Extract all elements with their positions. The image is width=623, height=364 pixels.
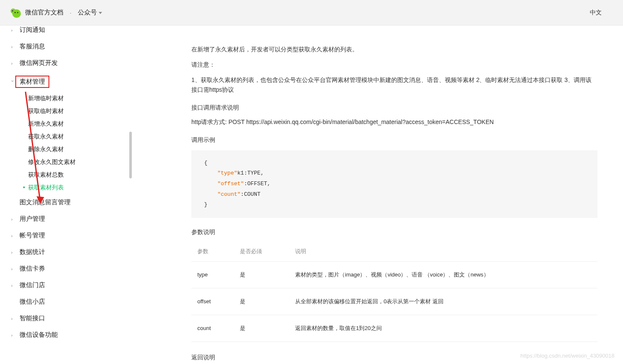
sidebar-item-label: 图文消息留言管理 [20,198,71,206]
sidebar-item-label: 智能接口 [20,314,45,322]
separator-dot: · [70,9,71,16]
chevron-right-icon: › [11,217,14,222]
cell-required: 是 [234,261,289,288]
chevron-right-icon: › [11,333,14,338]
table-row: count 是 返回素材的数量，取值在1到20之间 [191,315,597,342]
chevron-right-icon: › [11,316,14,321]
sidebar-item-account[interactable]: › 帐号管理 [0,227,132,244]
sidebar-item-subscribe[interactable]: › 订阅通知 [0,26,132,38]
sidebar-item-label: 微信卡券 [20,265,45,273]
th-required: 是否必须 [234,242,289,262]
site-title: 微信官方文档 [25,8,63,17]
cell-param: count [191,315,234,342]
sidebar-item-web-dev[interactable]: › 微信网页开发 [0,55,132,71]
wechat-logo-icon [11,8,21,18]
table-header-row: 参数 是否必须 说明 [191,242,597,262]
sidebar-item-label: 数据统计 [20,248,45,256]
sidebar-sub-add-perm[interactable]: 新增永久素材 [0,118,132,130]
sidebar-item-label: 素材管理 [15,76,49,88]
dropdown-label: 公众号 [78,8,97,17]
content-area: 在新增了永久素材后，开发者可以分类型获取永久素材的列表。 请注意： 1、获取永久… [132,25,623,364]
sidebar-sub-get-perm[interactable]: 获取永久素材 [0,130,132,143]
sidebar-item-store[interactable]: › 微信门店 [0,277,132,293]
chevron-right-icon: › [11,250,14,255]
sidebar-item-device[interactable]: › 微信设备功能 [0,327,132,343]
cell-desc: 从全部素材的该偏移位置开始返回，0表示从第一个素材 返回 [289,288,597,315]
params-table: 参数 是否必须 说明 type 是 素材的类型，图片（image）、视频（vid… [191,242,597,342]
sidebar-item-shop[interactable]: › 微信小店 [0,293,132,310]
table-row: type 是 素材的类型，图片（image）、视频（video）、语音 （voi… [191,261,597,288]
section-dropdown[interactable]: 公众号 [78,8,102,17]
chevron-down-icon: › [10,80,15,84]
request-line: http请求方式: POST https://api.weixin.qq.com… [191,117,597,127]
main-container: › 订阅通知 › 客服消息 › 微信网页开发 › 素材管理 新增临时素材 获取临… [0,25,623,364]
sidebar-item-label: 微信小店 [20,298,45,306]
sidebar-item-user[interactable]: › 用户管理 [0,211,132,227]
sidebar-sub-mod-perm[interactable]: 修改永久图文素材 [0,156,132,169]
sidebar-item-customer-service[interactable]: › 客服消息 [0,38,132,55]
sidebar-item-label: 微信门店 [20,281,45,289]
header: 微信官方文档 · 公众号 中文 [0,0,623,25]
example-label: 调用示例 [191,135,597,145]
sidebar-item-label: 客服消息 [20,42,45,51]
sidebar-item-label: 微信网页开发 [20,59,58,67]
sidebar-item-comments[interactable]: › 图文消息留言管理 [0,194,132,211]
table-row: offset 是 从全部素材的该偏移位置开始返回，0表示从第一个素材 返回 [191,288,597,315]
chevron-right-icon: › [11,233,14,238]
note-label: 请注意： [191,60,597,70]
sidebar-sub-add-temp[interactable]: 新增临时素材 [0,92,132,105]
chevron-right-icon: › [11,44,14,49]
note-body: 1、获取永久素材的列表，也包含公众号在公众平台官网素材管理模块中新建的图文消息、… [191,75,597,96]
cell-desc: 素材的类型，图片（image）、视频（video）、语音 （voice）、图文（… [289,261,597,288]
cell-param: type [191,261,234,288]
cell-required: 是 [234,288,289,315]
cell-desc: 返回素材的数量，取值在1到20之间 [289,315,597,342]
chevron-right-icon: › [11,283,14,288]
sidebar-sub-get-temp[interactable]: 获取临时素材 [0,105,132,118]
chevron-down-icon [99,12,102,14]
params-label: 参数说明 [191,227,597,237]
request-label: 接口调用请求说明 [191,103,597,113]
return-label: 返回说明 [191,353,597,363]
th-desc: 说明 [289,242,597,262]
sidebar-item-label: 帐号管理 [20,231,45,240]
code-example: { "type"k1:TYPE, "offset":OFFSET, "count… [191,150,597,218]
intro-text: 在新增了永久素材后，开发者可以分类型获取永久素材的列表。 [191,45,597,55]
sidebar-item-label: 订阅通知 [20,26,45,34]
sidebar-item-ai[interactable]: › 智能接口 [0,310,132,327]
sidebar-item-label: 微信设备功能 [20,331,58,339]
sidebar: › 订阅通知 › 客服消息 › 微信网页开发 › 素材管理 新增临时素材 获取临… [0,25,132,364]
header-left: 微信官方文档 · 公众号 [11,8,102,18]
cell-param: offset [191,288,234,315]
chevron-right-icon: › [11,28,14,33]
th-param: 参数 [191,242,234,262]
sidebar-item-material[interactable]: › 素材管理 [0,71,132,92]
sidebar-sub-del-perm[interactable]: 删除永久素材 [0,143,132,156]
cell-required: 是 [234,315,289,342]
sidebar-item-stats[interactable]: › 数据统计 [0,244,132,260]
sidebar-sub-list[interactable]: 获取素材列表 [0,181,132,194]
sidebar-item-card[interactable]: › 微信卡券 [0,260,132,277]
chevron-right-icon: › [11,266,14,271]
sidebar-sub-count[interactable]: 获取素材总数 [0,169,132,181]
language-switch[interactable]: 中文 [590,9,602,17]
sidebar-item-label: 用户管理 [20,215,45,223]
chevron-right-icon: › [11,61,14,66]
